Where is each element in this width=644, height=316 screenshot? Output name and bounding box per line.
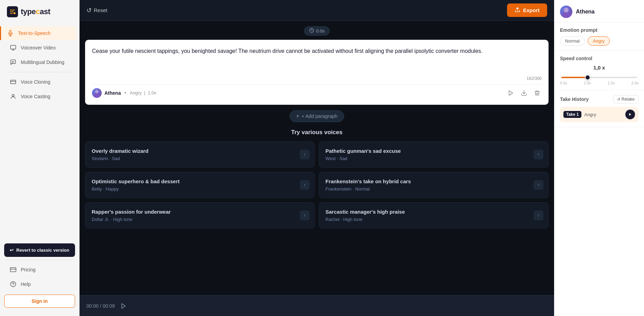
svg-point-0 [13,12,16,14]
speed-label-05x: 0.5x [560,81,567,85]
export-icon [515,7,520,13]
voice-card-card6[interactable]: Sarcastic manager's high praise Rachel ·… [319,202,549,229]
logo-icon [7,6,18,17]
take-history-title: Take History [560,96,589,102]
panel-voice-name: Athena [576,9,595,15]
retake-icon: ↺ [617,97,620,102]
sidebar-item-voice-casting-label: Voice Casting [21,94,50,99]
voice-card-title: Rapper's passion for underwear [92,209,308,215]
speed-labels: 0.5x1.0x1.5x2.0x [560,81,638,85]
download-button[interactable] [519,89,528,97]
take-history-section: Take History ↺ Retake Take 1 Angry [554,90,644,127]
sidebar-nav: Text-to-Speech Voiceover Video Multiling… [0,23,79,238]
voice-card-title: Pathetic gunman's sad excuse [325,148,542,154]
char-count: 162/300 [92,76,542,81]
voice-card-card4[interactable]: Frankenstein's take on hybrid cars Frank… [319,172,549,198]
take-row: Take 1 Angry [560,107,638,122]
timer-badge: 0.0s [304,26,330,36]
voice-info[interactable]: Athena ▼ Angry | 1.0x [92,88,156,98]
player-play-button[interactable] [120,303,127,309]
panel-avatar [560,6,572,18]
emotion-prompt-title: Emotion prompt [560,27,638,33]
timer-icon [309,28,314,34]
export-button[interactable]: Export [507,3,547,17]
emotion-prompt-section: Emotion prompt NormalAngry [554,22,644,51]
voice-dropdown-icon[interactable]: ▼ [123,91,127,95]
editor-block: Cease your futile nescient tappings, you… [85,40,549,105]
sidebar-item-pricing[interactable]: Pricing [3,263,76,277]
voice-card-card2[interactable]: Pathetic gunman's sad excuse West · Sad … [319,141,549,168]
voice-card-sub: Frankenstein · Normal [325,186,542,192]
speed-slider[interactable] [561,77,637,78]
svg-point-16 [94,94,100,98]
voice-casting-icon [10,93,17,100]
text-to-speech-icon [7,30,14,37]
signin-button[interactable]: Sign in [4,295,75,308]
sidebar-item-voice-cloning[interactable]: Voice Cloning [3,75,76,89]
take-emotion: Angry [584,112,596,117]
voices-grid: Overly dramatic wizard Sindarin · Sad ↑ … [85,141,549,229]
voice-card-card1[interactable]: Overly dramatic wizard Sindarin · Sad ↑ [85,141,315,168]
voice-card-sub: Sindarin · Sad [92,156,308,161]
speed-display: 1,0 x [560,65,638,71]
panel-voice-header: Athena [554,0,644,22]
add-paragraph-icon: + [296,113,299,119]
bottom-player: 00:00 / 00:09 [80,295,554,316]
voice-card-title: Optimistic superhero & bad dessert [92,178,308,184]
speed-control-title: Speed control [560,56,638,61]
editor-footer: Athena ▼ Angry | 1.0x [92,84,542,98]
voice-emotion: Angry | 1.0x [130,90,156,95]
editor-textarea[interactable]: Cease your futile nescient tappings, you… [92,47,542,73]
editor-actions [506,89,542,97]
play-button[interactable] [506,89,515,97]
voice-card-sub: Dollar Jr. · High tone [92,217,308,222]
voice-card-sub: West · Sad [325,156,542,161]
sidebar-item-voice-cloning-label: Voice Cloning [21,79,50,85]
sidebar-item-help-label: Help [21,281,31,287]
svg-point-15 [95,90,99,93]
voice-card-sub: Betty · Happy [92,186,308,192]
voice-name: Athena [104,90,121,96]
emotion-tag-normal[interactable]: Normal [560,36,585,46]
svg-marker-17 [509,91,513,95]
sidebar-item-voiceover-video-label: Voiceover Video [21,45,56,50]
voices-section: Try various voices Overly dramatic wizar… [85,129,549,229]
voice-card-arrow-icon: ↑ [300,211,310,220]
pricing-icon [10,266,17,273]
sidebar-item-voice-casting[interactable]: Voice Casting [3,90,76,103]
sidebar-divider-2 [6,260,74,260]
voice-avatar [92,88,102,98]
voice-card-arrow-icon: ↑ [300,150,310,159]
svg-rect-3 [11,45,16,49]
reset-button[interactable]: ↺ Reset [86,7,107,14]
take-history-header: Take History ↺ Retake [560,95,638,103]
svg-point-21 [562,12,570,18]
speed-label-20x: 2.0x [631,81,638,85]
voiceover-video-icon [10,44,17,51]
sidebar-item-text-to-speech[interactable]: Text-to-Speech [0,26,76,40]
svg-point-20 [564,8,569,12]
voice-card-arrow-icon: ↑ [300,180,310,190]
sidebar-item-help[interactable]: Help [3,277,76,291]
revert-icon: ↩ [10,248,13,253]
player-time: 00:00 / 00:09 [86,303,115,309]
take-play-button[interactable] [625,110,635,119]
voice-card-card3[interactable]: Optimistic superhero & bad dessert Betty… [85,172,315,198]
revert-classic-button[interactable]: ↩ Revert to classic version [4,243,75,257]
sidebar: typecast Text-to-Speech Voiceo [0,0,80,316]
timer-value: 0.0s [316,28,325,34]
retake-button[interactable]: ↺ Retake [613,95,638,103]
sidebar-item-voiceover-video[interactable]: Voiceover Video [3,41,76,55]
speed-slider-container [560,73,638,80]
delete-button[interactable] [533,89,542,97]
sidebar-item-multilingual-dubbing[interactable]: Multilingual Dubbing [3,55,76,69]
add-paragraph-button[interactable]: + + Add paragraph [289,110,344,122]
speed-label-10x: 1.0x [584,81,591,85]
takes-list: Take 1 Angry [560,107,638,122]
main-header: ↺ Reset Export [80,0,554,21]
main-area: ↺ Reset Export 0.0s [80,0,554,316]
voice-card-card5[interactable]: Rapper's passion for underwear Dollar Jr… [85,202,315,229]
voice-card-title: Overly dramatic wizard [92,148,308,154]
emotion-tag-angry[interactable]: Angry [588,36,610,46]
svg-marker-19 [122,304,126,308]
